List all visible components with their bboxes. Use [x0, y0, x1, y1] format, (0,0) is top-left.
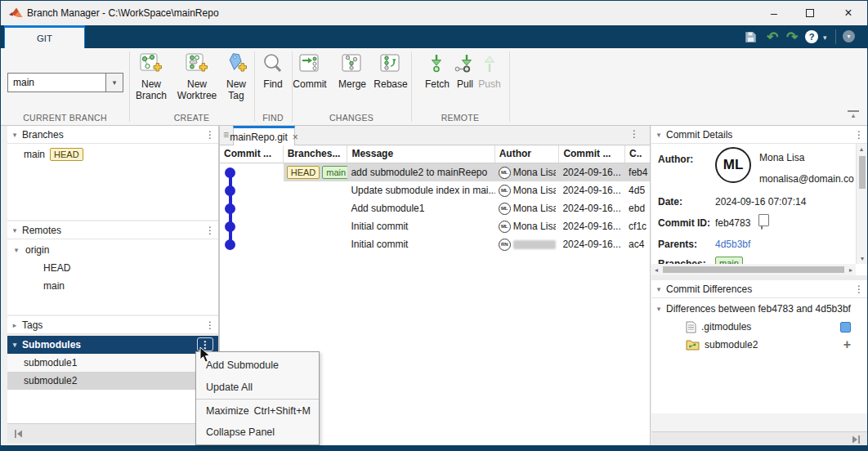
- branches-panel-header[interactable]: ▾ Branches ⋮: [7, 126, 218, 144]
- scrollbar-thumb[interactable]: [859, 156, 866, 189]
- tags-panel-header[interactable]: ▸ Tags ⋮: [7, 316, 218, 334]
- column-header-commit-id[interactable]: C..: [625, 145, 650, 163]
- new-branch-button[interactable]: NewBranch: [132, 52, 171, 101]
- diff-file-submodule2[interactable]: submodule2 +: [651, 336, 867, 354]
- commit-details-horizontal-scrollbar[interactable]: ◂ ▸: [651, 264, 856, 275]
- copy-icon[interactable]: [761, 217, 763, 230]
- branches-cell: HEAD main: [284, 163, 348, 181]
- menu-item-add-submodule[interactable]: Add Submodule: [196, 354, 319, 376]
- tab-grip-handle[interactable]: ≡: [223, 129, 229, 141]
- remote-item-origin[interactable]: ▾ origin: [7, 241, 218, 259]
- commit-button[interactable]: Commit: [290, 52, 329, 90]
- column-header-author[interactable]: Author: [495, 145, 560, 163]
- column-header-commit-graph[interactable]: Commit ...: [220, 145, 284, 163]
- column-header-message[interactable]: Message: [347, 145, 494, 163]
- new-worktree-button[interactable]: NewWorktree: [172, 52, 221, 101]
- collapse-icon[interactable]: ▾: [651, 131, 666, 139]
- collapse-right-panel-icon[interactable]: [851, 435, 861, 444]
- diff-file-name: .gitmodules: [701, 321, 751, 333]
- scroll-left-icon[interactable]: ◂: [651, 266, 661, 274]
- save-button[interactable]: [743, 29, 758, 44]
- tab-close-icon[interactable]: ×: [293, 132, 298, 143]
- author-email: monalisa@domain.com: [759, 173, 854, 185]
- right-panel-area: ▾ Commit Details ⋮ Author: ML Mona Lisa …: [651, 126, 867, 447]
- commit-graph-node[interactable]: [225, 185, 235, 196]
- commit-graph-node[interactable]: [225, 221, 235, 232]
- new-tag-icon: [224, 52, 248, 77]
- commit-graph-node[interactable]: [225, 239, 235, 250]
- redo-button[interactable]: ↷: [784, 28, 800, 46]
- column-header-branches[interactable]: Branches...: [284, 145, 348, 163]
- scroll-right-icon[interactable]: ▸: [846, 266, 856, 274]
- branches-kebab-icon[interactable]: ⋮: [202, 129, 218, 141]
- rebase-button[interactable]: Rebase: [370, 52, 411, 90]
- current-branch-value: main: [8, 74, 105, 92]
- message-cell: Update submodule index in mai...: [347, 181, 494, 199]
- scroll-down-icon[interactable]: ▾: [857, 255, 867, 262]
- remote-child-head[interactable]: HEAD: [7, 259, 218, 277]
- current-branch-combobox[interactable]: main ▾: [7, 73, 123, 92]
- right-panel-bottom-strip[interactable]: [651, 431, 867, 446]
- submodule-item-1[interactable]: submodule1: [7, 354, 218, 372]
- commit-differences-kebab-icon[interactable]: ⋮: [851, 284, 867, 295]
- tab-git[interactable]: GIT: [4, 25, 85, 48]
- new-worktree-icon: [185, 52, 209, 77]
- commit-graph-node[interactable]: [225, 203, 235, 214]
- branches-cell: [284, 181, 348, 199]
- collapse-ribbon-button[interactable]: ▴: [848, 110, 859, 118]
- commit-details-kebab-icon[interactable]: ⋮: [851, 129, 867, 141]
- remotes-kebab-icon[interactable]: ⋮: [202, 225, 218, 236]
- collapse-icon[interactable]: ▾: [7, 246, 25, 254]
- collapse-icon[interactable]: ▾: [7, 131, 22, 139]
- quick-access-caret[interactable]: ▾: [823, 33, 827, 42]
- help-button[interactable]: ?: [805, 30, 818, 43]
- push-button[interactable]: Push: [473, 52, 506, 90]
- sidebar-bottom-strip[interactable]: [7, 423, 218, 443]
- commit-graph-node[interactable]: [225, 167, 235, 178]
- new-worktree-label-line1: New: [187, 78, 207, 90]
- commit-row-1[interactable]: HEAD main add submodule2 to mainReepo ML…: [220, 163, 650, 181]
- remote-child-main[interactable]: main: [7, 277, 218, 295]
- collapse-icon[interactable]: ▾: [651, 285, 666, 293]
- collapse-left-panel-icon[interactable]: [14, 429, 24, 439]
- remote-ref-name: HEAD: [43, 262, 70, 274]
- collapse-icon[interactable]: ▾: [7, 226, 22, 234]
- close-button[interactable]: ×: [834, 3, 862, 23]
- collapse-icon[interactable]: ▾: [7, 341, 22, 349]
- diff-file-gitmodules[interactable]: .gitmodules: [651, 318, 867, 336]
- commit-row-5[interactable]: Initial commit RN 2024-09-16... ac4: [220, 235, 650, 253]
- tabstrip-kebab-icon[interactable]: ⋮: [629, 128, 639, 140]
- submodules-panel-header[interactable]: ▾ Submodules ⋮: [7, 336, 218, 354]
- collapse-icon[interactable]: ▸: [7, 321, 22, 329]
- tags-kebab-icon[interactable]: ⋮: [202, 319, 218, 331]
- maximize-button[interactable]: [796, 3, 824, 23]
- ribbon-options-button[interactable]: ▾: [843, 30, 855, 42]
- merge-button[interactable]: Merge: [334, 52, 370, 90]
- menu-item-maximize[interactable]: Maximize Ctrl+Shift+M: [196, 400, 319, 422]
- scrollbar-thumb[interactable]: [663, 266, 844, 273]
- menu-item-collapse-panel[interactable]: Collapse Panel: [196, 422, 319, 443]
- commit-differences-panel-header[interactable]: ▾ Commit Differences ⋮: [651, 280, 867, 298]
- scroll-up-icon[interactable]: ▴: [857, 145, 866, 153]
- commit-row-4[interactable]: Initial commit ML Mona Lisa 2024-09-16..…: [220, 217, 650, 235]
- commit-details-vertical-scrollbar[interactable]: ▴ ▾: [856, 144, 867, 264]
- new-tag-button[interactable]: NewTag: [220, 52, 253, 101]
- commit-details-panel-header[interactable]: ▾ Commit Details ⋮: [651, 126, 867, 144]
- collapse-icon[interactable]: ▾: [651, 305, 666, 313]
- commit-table-header: Commit ... Branches... Message Author Co…: [220, 145, 650, 163]
- branch-item-main[interactable]: main HEAD: [7, 146, 218, 163]
- undo-button[interactable]: ↶: [764, 28, 781, 46]
- find-button[interactable]: Find: [256, 52, 290, 90]
- tab-mainrepo-git[interactable]: mainRepo.git ×: [233, 126, 295, 145]
- differences-group-row[interactable]: ▾ Differences between feb4783 and 4d5b3b…: [651, 300, 867, 318]
- commit-row-3[interactable]: Add submodule1 ML Mona Lisa 2024-09-16..…: [220, 199, 650, 217]
- menu-item-update-all[interactable]: Update All: [196, 376, 319, 398]
- minimize-button[interactable]: –: [760, 3, 788, 23]
- commit-row-2[interactable]: Update submodule index in mai... ML Mona…: [220, 181, 650, 199]
- parent-commit-link[interactable]: 4d5b3bf: [715, 239, 750, 250]
- remotes-panel-header[interactable]: ▾ Remotes ⋮: [7, 221, 218, 239]
- column-header-commit-date[interactable]: Commit ...: [559, 145, 625, 163]
- combobox-caret-icon[interactable]: ▾: [105, 74, 123, 92]
- added-status-icon: +: [843, 339, 851, 351]
- submodule-item-2[interactable]: submodule2: [7, 372, 218, 390]
